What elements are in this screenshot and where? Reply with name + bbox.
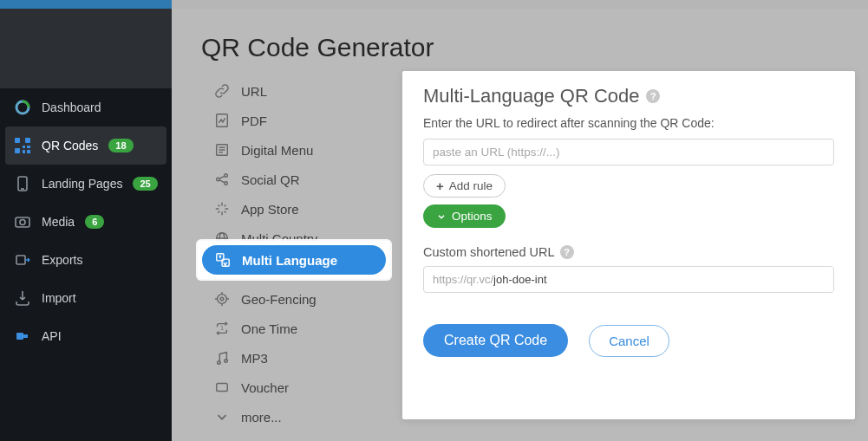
sidebar-item-dashboard[interactable]: Dashboard: [0, 88, 172, 126]
panel-title: Multi-Language QR Code: [423, 85, 639, 107]
short-url-label: Custom shortened URL: [423, 245, 555, 259]
create-qr-button[interactable]: Create QR Code: [423, 324, 568, 357]
short-url-prefix: https://qr.vc/: [424, 267, 493, 292]
sidebar-item-label: API: [42, 329, 62, 343]
panel-actions: Create QR Code Cancel: [423, 324, 834, 357]
short-url-input-wrap: https://qr.vc/: [423, 266, 834, 293]
type-item-url[interactable]: URL: [201, 76, 385, 106]
cancel-button[interactable]: Cancel: [589, 325, 669, 357]
sparkle-icon: [213, 200, 231, 217]
type-item-social-qr[interactable]: Social QR: [201, 165, 385, 194]
short-url-input[interactable]: [493, 267, 833, 292]
sidebar-header: [0, 9, 172, 88]
help-icon[interactable]: ?: [646, 89, 660, 103]
plug-icon: [14, 328, 31, 345]
type-label: MP3: [241, 351, 268, 366]
svg-line-24: [219, 180, 224, 183]
type-item-one-time[interactable]: 1 One Time: [201, 314, 385, 343]
svg-rect-3: [15, 148, 20, 153]
share-icon: [213, 171, 231, 188]
sidebar-item-label: Exports: [42, 253, 82, 267]
type-label: Multi Language: [242, 253, 337, 268]
camera-icon: [14, 213, 31, 230]
music-icon: [213, 349, 231, 366]
chevron-down-icon: [436, 211, 447, 222]
type-item-geo-fencing[interactable]: Geo-Fencing: [201, 284, 385, 314]
count-badge: 25: [133, 177, 157, 191]
svg-rect-1: [15, 138, 20, 143]
svg-rect-6: [23, 150, 25, 153]
sidebar-item-import[interactable]: Import: [0, 279, 172, 317]
sidebar-item-api[interactable]: API: [0, 317, 172, 355]
qr-config-panel: Multi-Language QR Code ? Enter the URL t…: [402, 71, 855, 419]
type-item-voucher[interactable]: Voucher: [201, 373, 385, 402]
sidebar-item-label: Import: [42, 291, 76, 305]
sidebar: Dashboard QR Codes 18 Landing Pages 25 M…: [0, 0, 172, 441]
svg-point-20: [217, 178, 220, 181]
target-icon: [213, 290, 231, 308]
sidebar-item-label: Landing Pages: [42, 177, 122, 191]
redirect-url-input[interactable]: [423, 139, 834, 165]
type-item-mp3[interactable]: MP3: [201, 343, 385, 373]
count-badge: 6: [85, 215, 104, 229]
svg-rect-4: [23, 146, 25, 148]
sidebar-item-exports[interactable]: Exports: [0, 241, 172, 279]
svg-point-36: [225, 360, 228, 363]
svg-point-11: [20, 220, 25, 225]
type-label: Digital Menu: [241, 143, 313, 158]
brand-band: [0, 0, 172, 9]
device-icon: [14, 175, 31, 192]
language-icon: [214, 251, 232, 269]
type-label: One Time: [241, 321, 297, 336]
count-badge: 18: [108, 139, 133, 152]
import-icon: [14, 289, 31, 307]
page-title: QR Code Generator: [172, 9, 868, 78]
sidebar-item-media[interactable]: Media 6: [0, 203, 172, 241]
options-button[interactable]: Options: [423, 204, 506, 228]
type-item-digital-menu[interactable]: Digital Menu: [201, 135, 385, 165]
type-label: Geo-Fencing: [241, 292, 317, 307]
repeat-one-icon: 1: [213, 320, 231, 337]
type-item-more[interactable]: more...: [201, 402, 385, 431]
donut-chart-icon: [14, 99, 31, 116]
chevron-down-icon: [213, 408, 231, 425]
ticket-icon: [213, 379, 231, 396]
export-icon: [14, 251, 31, 269]
qr-code-icon: [14, 137, 31, 154]
type-item-pdf[interactable]: PDF: [201, 106, 385, 135]
sidebar-item-label: QR Codes: [42, 139, 98, 152]
sidebar-item-landing-pages[interactable]: Landing Pages 25: [0, 165, 172, 203]
help-icon[interactable]: ?: [560, 245, 574, 259]
panel-subtitle: Enter the URL to redirect after scanning…: [423, 116, 834, 130]
sidebar-nav: Dashboard QR Codes 18 Landing Pages 25 M…: [0, 88, 172, 355]
svg-rect-12: [16, 256, 25, 264]
svg-rect-10: [16, 217, 29, 227]
sidebar-item-label: Dashboard: [42, 101, 101, 114]
type-item-app-store[interactable]: App Store: [201, 194, 385, 224]
sidebar-item-label: Media: [42, 215, 75, 229]
type-label: Social QR: [241, 172, 300, 187]
panel-title-row: Multi-Language QR Code ?: [423, 85, 834, 107]
svg-text:1: 1: [220, 325, 224, 331]
options-label: Options: [452, 210, 493, 223]
type-label: more...: [241, 410, 282, 425]
add-rule-button[interactable]: + Add rule: [423, 174, 506, 198]
svg-point-22: [225, 182, 228, 185]
svg-rect-2: [25, 138, 30, 143]
svg-rect-14: [23, 334, 28, 338]
short-url-label-row: Custom shortened URL ?: [423, 245, 834, 259]
svg-point-29: [220, 297, 224, 301]
pdf-icon: [213, 112, 231, 129]
svg-point-28: [218, 295, 227, 304]
type-item-multi-language[interactable]: Multi Language: [202, 245, 386, 275]
svg-line-23: [219, 176, 224, 178]
link-icon: [213, 82, 231, 100]
svg-point-21: [225, 174, 228, 178]
options-row: + Add rule Options: [423, 174, 834, 228]
type-label: PDF: [241, 113, 267, 128]
svg-rect-13: [16, 333, 23, 340]
type-item-active-frame: Multi Language: [198, 241, 390, 279]
svg-point-35: [218, 361, 221, 365]
type-label: Voucher: [241, 380, 289, 395]
sidebar-item-qr-codes[interactable]: QR Codes 18: [5, 126, 166, 165]
